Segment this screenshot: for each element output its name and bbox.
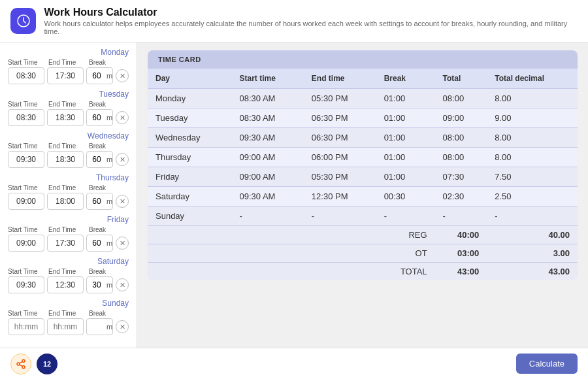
day-section-friday: FridayStart TimeEnd TimeBreakm✕ [8, 215, 129, 252]
break-input-saturday[interactable] [87, 279, 106, 291]
break-wrap-thursday: m [86, 193, 113, 210]
clear-btn-wednesday[interactable]: ✕ [116, 153, 129, 166]
break-input-friday[interactable] [87, 237, 106, 249]
day-section-tuesday: TuesdayStart TimeEnd TimeBreakm✕ [8, 90, 129, 126]
end-input-tuesday[interactable] [47, 109, 84, 126]
start-input-monday[interactable] [8, 67, 44, 84]
field-labels-saturday: Start TimeEnd TimeBreak [8, 268, 129, 275]
app-title: Work Hours Calculator [44, 7, 578, 18]
start-input-sunday[interactable] [8, 318, 44, 335]
day-section-sunday: SundayStart TimeEnd TimeBreakm✕ [8, 299, 129, 335]
clear-btn-thursday[interactable]: ✕ [116, 195, 129, 208]
day-label-wednesday: Wednesday [8, 131, 129, 140]
break-input-thursday[interactable] [87, 195, 106, 207]
start-input-wednesday[interactable] [8, 151, 44, 168]
calculate-button[interactable]: Calculate [516, 354, 578, 374]
share-button[interactable] [10, 354, 31, 374]
tc-col-total: Total [435, 69, 487, 89]
break-input-sunday[interactable] [87, 321, 106, 333]
clear-btn-saturday[interactable]: ✕ [116, 278, 129, 291]
table-row: Saturday09:30 AM12:30 PM00:3002:302.50 [148, 187, 578, 206]
break-wrap-saturday: m [86, 276, 113, 293]
time-row-thursday: m✕ [8, 193, 129, 210]
time-row-friday: m✕ [8, 235, 129, 252]
app-header: Work Hours Calculator Work hours calcula… [0, 0, 588, 42]
end-input-sunday[interactable] [47, 318, 84, 335]
table-row: Thursday09:00 AM06:00 PM01:0008:008.00 [148, 148, 578, 167]
time-row-tuesday: m✕ [8, 109, 129, 126]
start-input-thursday[interactable] [8, 193, 44, 210]
app-icon [10, 8, 36, 34]
break-wrap-monday: m [86, 67, 113, 84]
clear-btn-monday[interactable]: ✕ [116, 69, 129, 82]
field-labels-friday: Start TimeEnd TimeBreak [8, 226, 129, 233]
break-wrap-tuesday: m [86, 109, 113, 126]
table-row: Tuesday08:30 AM06:30 PM01:0009:009.00 [148, 108, 578, 128]
end-input-friday[interactable] [47, 235, 84, 252]
summary-row: OT03:003.00 [148, 244, 578, 263]
field-labels-wednesday: Start TimeEnd TimeBreak [8, 142, 129, 150]
time-card-header: TIME CARD [148, 50, 578, 69]
footer: 12 Calculate [0, 348, 588, 379]
time-row-wednesday: m✕ [8, 151, 129, 168]
field-labels-tuesday: Start TimeEnd TimeBreak [8, 101, 129, 108]
day-section-saturday: SaturdayStart TimeEnd TimeBreakm✕ [8, 257, 129, 293]
start-input-saturday[interactable] [8, 276, 44, 293]
left-panel: MondayStart TimeEnd TimeBreakm✕TuesdaySt… [0, 42, 137, 348]
day-label-saturday: Saturday [8, 257, 129, 266]
end-input-saturday[interactable] [47, 276, 84, 293]
break-input-monday[interactable] [87, 70, 106, 82]
day-label-monday: Monday [8, 48, 129, 57]
tc-col-day: Day [148, 69, 232, 89]
day-section-monday: MondayStart TimeEnd TimeBreakm✕ [8, 48, 129, 84]
tc-col-break: Break [376, 69, 435, 89]
day-label-thursday: Thursday [8, 173, 129, 182]
app-subtitle: Work hours calculator helps employees ac… [44, 20, 578, 35]
svg-point-2 [17, 363, 20, 365]
svg-line-5 [20, 361, 23, 363]
time-row-monday: m✕ [8, 67, 129, 84]
badge-count: 12 [43, 360, 51, 368]
start-input-tuesday[interactable] [8, 109, 44, 126]
time-row-sunday: m✕ [8, 318, 129, 335]
tc-col-total-decimal: Total decimal [487, 69, 578, 89]
right-panel: TIME CARD DayStart timeEnd timeBreakTota… [137, 42, 588, 348]
tc-col-start-time: Start time [232, 69, 304, 89]
break-input-tuesday[interactable] [87, 112, 106, 124]
field-labels-sunday: Start TimeEnd TimeBreak [8, 310, 129, 317]
end-input-monday[interactable] [47, 67, 84, 84]
badge-button[interactable]: 12 [37, 354, 57, 374]
day-label-tuesday: Tuesday [8, 90, 129, 99]
field-labels-thursday: Start TimeEnd TimeBreak [8, 184, 129, 191]
time-card: TIME CARD DayStart timeEnd timeBreakTota… [148, 50, 578, 280]
day-label-sunday: Sunday [8, 299, 129, 308]
table-row: Monday08:30 AM05:30 PM01:0008:008.00 [148, 89, 578, 108]
break-wrap-sunday: m [86, 318, 113, 335]
summary-row: REG40:0040.00 [148, 226, 578, 244]
header-text: Work Hours Calculator Work hours calcula… [44, 7, 578, 35]
end-input-thursday[interactable] [47, 193, 84, 210]
table-row: Sunday----- [148, 206, 578, 226]
break-wrap-friday: m [86, 235, 113, 252]
svg-point-3 [22, 365, 25, 368]
time-row-saturday: m✕ [8, 276, 129, 293]
day-section-wednesday: WednesdayStart TimeEnd TimeBreakm✕ [8, 131, 129, 168]
svg-line-4 [20, 365, 23, 367]
table-row: Wednesday09:30 AM06:30 PM01:0008:008.00 [148, 128, 578, 148]
field-labels-monday: Start TimeEnd TimeBreak [8, 59, 129, 66]
main-content: MondayStart TimeEnd TimeBreakm✕TuesdaySt… [0, 42, 588, 348]
day-label-friday: Friday [8, 215, 129, 224]
summary-row: TOTAL43:0043.00 [148, 263, 578, 281]
break-wrap-wednesday: m [86, 151, 113, 168]
start-input-friday[interactable] [8, 235, 44, 252]
clear-btn-sunday[interactable]: ✕ [116, 320, 129, 333]
end-input-wednesday[interactable] [47, 151, 84, 168]
time-card-table: DayStart timeEnd timeBreakTotalTotal dec… [148, 69, 578, 280]
tc-col-end-time: End time [304, 69, 376, 89]
break-input-wednesday[interactable] [87, 154, 106, 165]
day-section-thursday: ThursdayStart TimeEnd TimeBreakm✕ [8, 173, 129, 210]
clear-btn-tuesday[interactable]: ✕ [116, 111, 129, 124]
clear-btn-friday[interactable]: ✕ [116, 237, 129, 250]
svg-point-1 [22, 359, 25, 362]
table-row: Friday09:00 AM05:30 PM01:0007:307.50 [148, 167, 578, 187]
